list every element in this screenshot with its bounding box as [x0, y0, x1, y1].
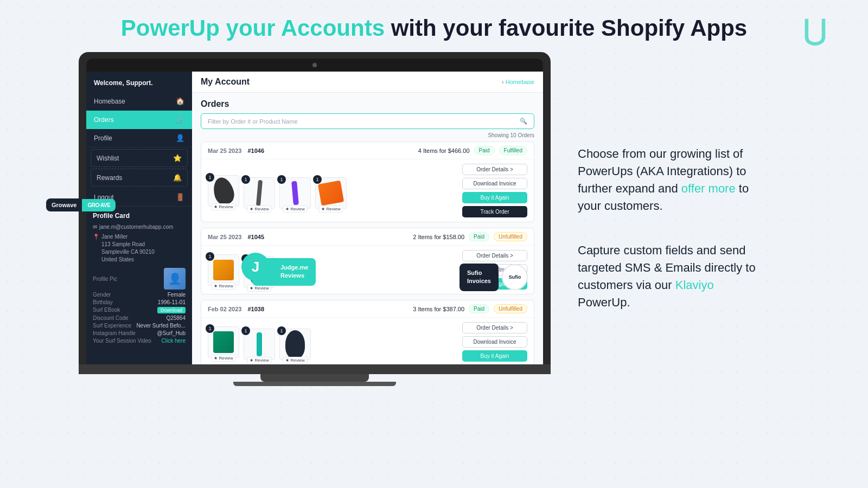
home-icon: 🏠 — [176, 97, 184, 105]
header-title-rest: with your favourite Shopify Apps — [385, 15, 747, 41]
order-details-btn-1[interactable]: Order Details > — [462, 164, 527, 175]
sidebar-homebase-label: Homebase — [94, 98, 125, 105]
product-thumb-7: 1 ★ Review — [208, 326, 239, 358]
birthday-row: Birthday 1996-11-01 — [93, 299, 186, 305]
growave-label: Growave — [46, 198, 82, 211]
growave-logo: GRO·AVE — [82, 199, 116, 211]
paid-badge-2: Paid — [469, 232, 489, 241]
breadcrumb: ‹ Homebase — [502, 79, 534, 85]
instagram-row: Instagram Handle @Surf_Hub — [93, 330, 186, 336]
laptop-camera — [312, 63, 317, 67]
laptop-foot — [233, 382, 396, 386]
discount-row: Discount Code Q25864 — [93, 315, 186, 321]
paid-badge-1: Paid — [474, 146, 495, 155]
order-card-1: Mar 25 2023 #1046 4 Items for $466.00 Pa… — [201, 142, 534, 222]
sidebar-item-homebase[interactable]: Homebase 🏠 — [86, 92, 192, 111]
order-details-btn-3[interactable]: Order Details > — [462, 322, 527, 333]
rewards-icon: 🔔 — [173, 174, 182, 182]
page-header: PowerUp your Accounts with your favourit… — [0, 0, 868, 52]
growave-u-icon: ⋃ — [803, 16, 835, 49]
sufio-bubble: SufioInvoices Sufio — [459, 264, 528, 291]
wishlist-icon: ⭐ — [173, 154, 182, 162]
order-card-3: Feb 02 2023 #1038 3 Items for $387.00 Pa… — [201, 300, 534, 364]
profile-pic-thumbnail — [164, 268, 186, 290]
order-1-content: 1 ★ Review 1 ★ Review — [201, 159, 534, 222]
order-1-header: Mar 25 2023 #1046 4 Items for $466.00 Pa… — [201, 142, 534, 159]
laptop-frame: Welcome, Support. Homebase 🏠 Orders 🛒 Pr… — [79, 52, 551, 374]
product-thumb-3: 1 ★ Review — [279, 177, 311, 209]
right-block-2: Capture custom fields and send targeted … — [578, 242, 768, 311]
sidebar: Welcome, Support. Homebase 🏠 Orders 🛒 Pr… — [86, 72, 192, 364]
search-placeholder: Filter by Order # or Product Name — [208, 118, 298, 125]
unfulfilled-badge-3: Unfulfilled — [494, 304, 527, 313]
fulfilled-badge-1: Fulfilled — [499, 146, 527, 155]
buy-again-btn-3[interactable]: Buy it Again — [462, 350, 527, 362]
showing-text: Showing 10 Orders — [201, 132, 534, 138]
judgeme-icon: J — [241, 253, 270, 281]
sidebar-welcome: Welcome, Support. — [86, 72, 192, 92]
sidebar-item-rewards[interactable]: Rewards 🔔 — [91, 169, 188, 187]
main-content: My Account ‹ Homebase Orders Filter by O… — [192, 72, 543, 364]
sufio-logo: Sufio — [502, 264, 528, 290]
order-1-products: 1 ★ Review 1 ★ Review — [201, 169, 353, 213]
product-thumb-2: 1 ★ Review — [244, 177, 275, 209]
orders-title: Orders — [201, 99, 534, 109]
surf-experience-row: Surf Experience Never Surfed Befo... — [93, 323, 186, 329]
header-title-highlight: PowerUp your Accounts — [121, 15, 385, 41]
surf-ebook-row: Surf EBook Download — [93, 307, 186, 313]
laptop-base — [79, 364, 551, 374]
gender-row: Gender Female — [93, 292, 186, 298]
profile-card-address: 📍 Jane Miller 113 Sample Road Samplevill… — [93, 233, 186, 264]
sidebar-orders-label: Orders — [94, 116, 114, 124]
search-icon[interactable]: 🔍 — [520, 118, 527, 125]
download-invoice-btn-3[interactable]: Download Invoice — [462, 336, 527, 348]
orders-icon: 🛒 — [176, 115, 184, 124]
profile-card-email: ✉ jane.m@customerhubapp.com — [93, 224, 186, 230]
video-row: Your Surf Session Video Click here — [93, 338, 186, 344]
sidebar-item-orders[interactable]: Orders 🛒 — [86, 111, 192, 129]
growave-badge: Growave GRO·AVE — [46, 198, 116, 211]
buy-again-btn-1[interactable]: Buy it Again — [462, 192, 527, 203]
offer-more-link[interactable]: offer more — [681, 182, 736, 195]
order-3-products: 1 ★ Review 1 ★ Review — [201, 320, 317, 364]
product-thumb-1: 1 ★ Review — [208, 175, 239, 207]
sidebar-profile-label: Profile — [94, 134, 112, 142]
orders-section: Orders Filter by Order # or Product Name… — [192, 93, 543, 364]
search-bar[interactable]: Filter by Order # or Product Name 🔍 — [201, 113, 534, 129]
right-block-1: Choose from our growing list of PowerUps… — [578, 145, 768, 215]
order-details-btn-2[interactable]: Order Details > — [462, 250, 527, 261]
product-thumb-8: 1 ★ Review — [244, 329, 275, 360]
sidebar-item-wishlist[interactable]: Wishlist ⭐ — [91, 149, 188, 167]
order-3-header: Feb 02 2023 #1038 3 Items for $387.00 Pa… — [201, 300, 534, 318]
sidebar-rewards-label: Rewards — [97, 174, 122, 182]
unfulfilled-badge-2: Unfulfilled — [494, 232, 527, 241]
logout-icon: 🚪 — [176, 193, 184, 201]
main-layout: Growave GRO·AVE J Judge.meReviews SufioI… — [0, 52, 868, 404]
profile-icon: 👤 — [176, 134, 184, 142]
laptop-top-bar — [86, 59, 543, 72]
product-thumb-9: 1 ★ Review — [279, 329, 311, 360]
product-thumb-5: 1 ★ Review — [208, 254, 239, 286]
sidebar-item-profile[interactable]: Profile 👤 — [86, 129, 192, 147]
track-order-btn-1[interactable]: Track Order — [462, 206, 527, 217]
download-invoice-btn-1[interactable]: Download Invoice — [462, 178, 527, 189]
profile-card-title: Profile Card — [93, 212, 186, 220]
order-2-header: Mar 25 2023 #1045 2 Items for $158.00 Pa… — [201, 228, 534, 246]
klaviyo-link[interactable]: Klaviyo — [675, 278, 714, 292]
product-thumb-4: 1 ★ Review — [315, 177, 347, 209]
paid-badge-3: Paid — [469, 304, 489, 313]
sufio-tooltip: SufioInvoices — [459, 264, 499, 291]
location-icon: 📍 — [93, 233, 99, 241]
sidebar-wishlist-label: Wishlist — [97, 155, 119, 162]
judgeme-bubble: J Judge.meReviews — [247, 258, 316, 286]
email-icon: ✉ — [93, 224, 97, 230]
laptop-section: Growave GRO·AVE J Judge.meReviews SufioI… — [79, 52, 551, 386]
download-button[interactable]: Download — [157, 307, 186, 313]
order-3-content: 1 ★ Review 1 ★ Review — [201, 318, 534, 364]
order-1-actions: Order Details > Download Invoice Buy it … — [456, 159, 534, 222]
profile-pic-row: Profile Pic — [93, 268, 186, 290]
order-3-actions: Order Details > Download Invoice Buy it … — [456, 318, 534, 364]
right-section: Choose from our growing list of PowerUps… — [551, 52, 789, 404]
profile-card: Profile Card ✉ jane.m@customerhubapp.com… — [86, 207, 192, 351]
content-header: My Account ‹ Homebase — [192, 72, 543, 93]
